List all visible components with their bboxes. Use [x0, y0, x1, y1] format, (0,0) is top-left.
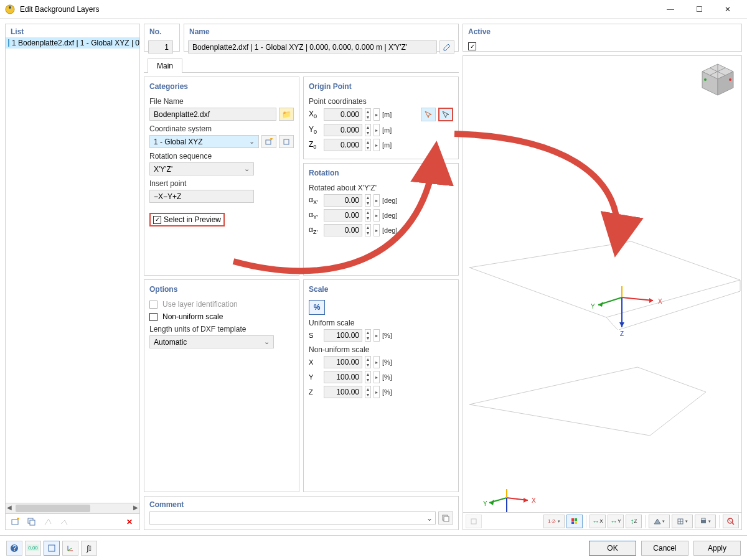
rotation-header: Rotation: [309, 169, 453, 177]
svg-text:X: X: [658, 298, 662, 305]
delete-button[interactable]: ✕: [122, 516, 137, 528]
units-label: Length units of DXF template: [149, 325, 294, 334]
select-in-preview-checkbox[interactable]: [153, 216, 161, 224]
comment-library-button[interactable]: [438, 511, 453, 525]
alpha-x-input[interactable]: [324, 194, 362, 207]
sz-spinner[interactable]: ▲▼: [365, 386, 371, 398]
ptb-move-z[interactable]: ↕Z: [626, 515, 642, 528]
ay-step[interactable]: ▸: [374, 209, 380, 222]
ax-step[interactable]: ▸: [374, 194, 380, 207]
z0-input[interactable]: [324, 139, 362, 151]
layer-id-checkbox: [149, 301, 157, 309]
x0-input[interactable]: [324, 108, 362, 121]
svg-rect-47: [702, 518, 705, 520]
help-button[interactable]: ?: [6, 541, 22, 556]
edit-name-button[interactable]: [439, 40, 454, 54]
list-item[interactable]: 1 Bodenplatte2.dxf | 1 - Global XYZ | 0: [6, 37, 139, 49]
x0-step[interactable]: ▸: [374, 108, 380, 121]
cancel-button[interactable]: Cancel: [641, 541, 688, 556]
svg-marker-42: [654, 519, 660, 524]
apply-button[interactable]: Apply: [693, 541, 741, 556]
rotated-about-label: Rotated about X'Y'Z': [309, 184, 453, 192]
sy-step[interactable]: ▸: [374, 371, 380, 383]
sx-spinner[interactable]: ▲▼: [365, 356, 371, 368]
insert-point-input[interactable]: [149, 190, 254, 203]
close-button[interactable]: ✕: [713, 0, 742, 19]
list-scrollbar-horizontal[interactable]: [5, 503, 140, 514]
comment-panel: Comment: [144, 496, 459, 530]
ptb-print[interactable]: [695, 515, 716, 528]
y0-step[interactable]: ▸: [374, 124, 380, 136]
tab-main[interactable]: Main: [148, 58, 182, 73]
x0-spinner[interactable]: ▲▼: [365, 108, 371, 121]
scale-y-input[interactable]: [324, 371, 362, 383]
y0-spinner[interactable]: ▲▼: [365, 124, 371, 136]
list-body[interactable]: 1 Bodenplatte2.dxf | 1 - Global XYZ | 0: [5, 37, 140, 503]
cs-library-button[interactable]: [279, 135, 294, 148]
categories-header: Categories: [149, 82, 294, 91]
ptb-select[interactable]: [466, 515, 482, 528]
s-step[interactable]: ▸: [374, 329, 380, 342]
filename-input[interactable]: [149, 108, 276, 121]
units-dropdown[interactable]: Automatic: [149, 335, 274, 348]
y0-input[interactable]: [324, 124, 362, 136]
viewport-button[interactable]: [44, 541, 60, 556]
z0-spinner[interactable]: ▲▼: [365, 139, 371, 151]
sy-spinner[interactable]: ▲▼: [365, 371, 371, 383]
scale-s-input[interactable]: [324, 329, 362, 342]
ptb-render[interactable]: [649, 515, 670, 528]
ptb-view[interactable]: [672, 515, 693, 528]
svg-rect-5: [266, 140, 271, 144]
rotation-seq-dropdown[interactable]: X'Y'Z': [149, 162, 254, 175]
no-input[interactable]: [148, 40, 173, 54]
z0-step[interactable]: ▸: [374, 139, 380, 151]
name-header: Name: [184, 24, 458, 39]
sz-step[interactable]: ▸: [374, 386, 380, 398]
units-button[interactable]: 0,00: [25, 541, 41, 556]
tool-b-button[interactable]: [57, 516, 72, 528]
ay-spinner[interactable]: ▲▼: [365, 209, 371, 222]
coord-label: Coordinate system: [149, 124, 294, 133]
new-layer-button[interactable]: [8, 516, 23, 528]
s-spinner[interactable]: ▲▼: [365, 329, 371, 342]
preview-viewport[interactable]: X Y Z X Y: [463, 55, 742, 530]
alpha-z-input[interactable]: [324, 224, 362, 236]
ax-spinner[interactable]: ▲▼: [365, 194, 371, 207]
pick-point-button[interactable]: [421, 108, 436, 121]
browse-file-button[interactable]: 📁: [279, 108, 294, 121]
az-step[interactable]: ▸: [374, 224, 380, 236]
scale-z-input[interactable]: [324, 386, 362, 398]
svg-rect-46: [701, 520, 706, 523]
az-spinner[interactable]: ▲▼: [365, 224, 371, 236]
coord-system-dropdown[interactable]: 1 - Global XYZ: [149, 135, 259, 148]
options-header: Options: [149, 285, 294, 294]
name-input[interactable]: [188, 40, 437, 54]
svg-marker-28: [524, 498, 528, 503]
rotation-seq-label: Rotation sequence: [149, 152, 294, 161]
axes-button[interactable]: [62, 541, 78, 556]
active-checkbox[interactable]: [468, 42, 476, 50]
svg-text:Y: Y: [483, 500, 487, 507]
copy-layer-button[interactable]: [24, 516, 39, 528]
function-button[interactable]: ∫ͯ: [81, 541, 97, 556]
scale-x-input[interactable]: [324, 356, 362, 368]
ptb-numbering[interactable]: 1·2·: [543, 515, 565, 528]
pick-in-preview-button[interactable]: [438, 108, 453, 121]
ptb-move-x[interactable]: ↔X: [590, 515, 606, 528]
minimize-button[interactable]: ―: [656, 0, 685, 19]
ok-button[interactable]: OK: [589, 541, 636, 556]
origin-group: Origin Point Point coordinates X0 ▲▼ ▸ […: [303, 77, 459, 159]
comment-input[interactable]: [149, 511, 436, 525]
tool-a-button[interactable]: [40, 516, 55, 528]
alpha-y-input[interactable]: [324, 209, 362, 222]
scrollbar-thumb[interactable]: [16, 505, 90, 512]
ptb-zoom-reset[interactable]: [723, 515, 739, 528]
maximize-button[interactable]: ☐: [685, 0, 713, 19]
ptb-move-y[interactable]: ↔Y: [608, 515, 624, 528]
new-cs-button[interactable]: [261, 135, 276, 148]
sx-step[interactable]: ▸: [374, 356, 380, 368]
percent-toggle[interactable]: %: [309, 300, 325, 315]
nonuniform-checkbox[interactable]: [149, 313, 157, 321]
options-group: Options Use layer identification Non-uni…: [144, 279, 299, 492]
ptb-colors[interactable]: [566, 515, 583, 528]
